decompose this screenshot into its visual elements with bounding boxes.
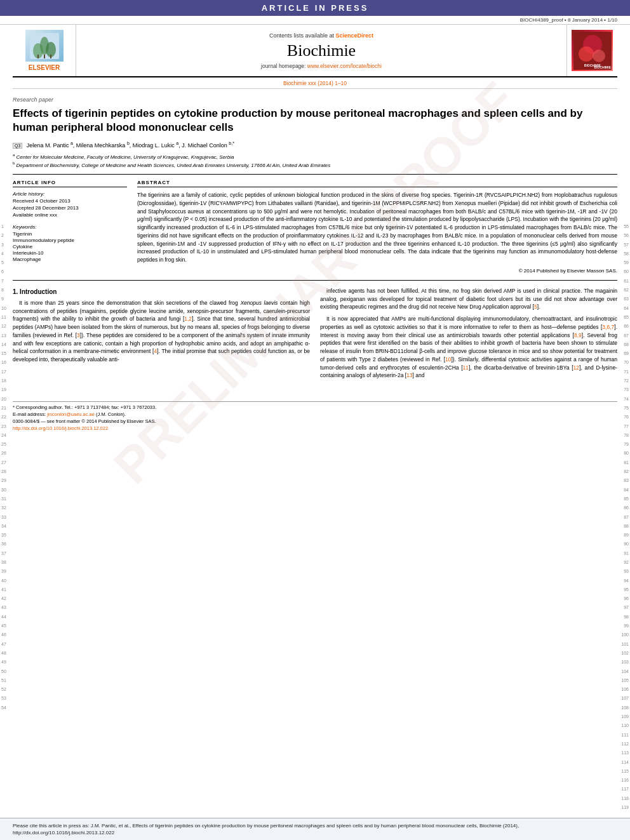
body-right-col: infective agents has not been fulfilled.… [320, 287, 617, 383]
email-footnote: E-mail address: jmconlon@uaeu.ac.ae (J.M… [13, 411, 617, 417]
journal-homepage: journal homepage: www.elsevier.com/locat… [261, 63, 382, 69]
line-numbers-right: 5556575859 6061626364 6566676869 7071727… [621, 222, 630, 812]
banner-label: ARTICLE IN PRESS [262, 3, 369, 13]
author-conlon: J. Michael Conlon b,* [182, 142, 234, 149]
keywords-label: Keywords: [13, 224, 127, 230]
intro-heading: 1. Introduction [13, 287, 310, 297]
line-numbers-left: 12345 678910 1112131415 1617181920 21222… [0, 222, 6, 712]
section-divider [13, 280, 617, 281]
svg-point-10 [593, 50, 605, 62]
article-info-label: ARTICLE INFO [13, 180, 127, 187]
author-lukic: Miodrag L. Lukic a, [133, 142, 180, 149]
keyword-4: Interleukin-10 [13, 250, 127, 256]
elsevier-logo: ELSEVIER [13, 25, 76, 76]
q3-badge: Q3 [13, 143, 22, 149]
intro-para3: It is now appreciated that AMPs are mult… [320, 315, 617, 380]
svg-point-9 [579, 46, 594, 62]
article-in-press-banner: ARTICLE IN PRESS [0, 0, 630, 16]
affiliation-a: a Center for Molecular Medicine, Faculty… [13, 152, 617, 161]
meta-text: BIOCHI4389_proof ▪ 8 January 2014 ▪ 1/10 [520, 17, 617, 23]
homepage-url[interactable]: www.elsevier.com/locate/biochi [307, 63, 382, 69]
biochimie-logo: BIOCHIMIE [566, 25, 617, 76]
page-subtitle: Biochimie xxx (2014) 1–10 [13, 80, 617, 89]
elsevier-wordmark: ELSEVIER [29, 64, 60, 71]
accepted-date: Accepted 28 December 2013 [13, 205, 127, 211]
elsevier-tree-logo [25, 30, 64, 62]
article-title: Effects of tigerinin peptides on cytokin… [13, 107, 617, 135]
corresponding-text: * Corresponding author. Tel.: +971 3 713… [13, 404, 156, 410]
svg-text:BIOCHIMIE: BIOCHIMIE [584, 63, 601, 67]
keywords-section: Keywords: Tigerinin Immunomodulatory pep… [13, 224, 127, 262]
citation-box: Please cite this article in press as: J.… [0, 818, 630, 840]
homepage-prefix: journal homepage: [261, 63, 307, 69]
issn-text: 0300-9084/$ — see front matter © 2014 Pu… [13, 418, 156, 424]
sd-prefix: Contents lists available at [269, 32, 336, 39]
body-content: 1. Introduction It is more than 25 years… [13, 287, 617, 383]
abstract-label: ABSTRACT [137, 180, 617, 187]
journal-header: ELSEVIER Contents lists available at Sci… [13, 25, 617, 77]
article-type: Research paper [13, 97, 617, 103]
author-mechkarska: Milena Mechkarska b, [76, 142, 131, 149]
keyword-5: Macrophage [13, 257, 127, 262]
svg-rect-4 [37, 55, 39, 58]
article-history-label: Article history: [13, 191, 127, 197]
journal-center: Contents lists available at ScienceDirec… [76, 25, 566, 76]
keyword-1: Tigerinin [13, 231, 127, 237]
received-date: Received 4 October 2013 [13, 198, 127, 204]
article-info-abstract: ARTICLE INFO Article history: Received 4… [13, 174, 617, 274]
sciencedirect-line: Contents lists available at ScienceDirec… [269, 32, 373, 39]
main-content: Research paper Effects of tigerinin pept… [13, 91, 617, 389]
email-person: (J.M. Conlon). [96, 411, 126, 417]
article-info-column: ARTICLE INFO Article history: Received 4… [13, 180, 127, 274]
subtitle-text: Biochimie xxx (2014) 1–10 [283, 80, 347, 86]
affiliations: a Center for Molecular Medicine, Faculty… [13, 152, 617, 169]
affiliation-b: b Department of Biochemistry, College of… [13, 161, 617, 169]
email-label: E-mail address: [13, 411, 46, 417]
authors-line: Q3 Jelena M. Pantic a, Milena Mechkarska… [13, 141, 617, 149]
issn-footnote: 0300-9084/$ — see front matter © 2014 Pu… [13, 418, 617, 424]
intro-para2: infective agents has not been fulfilled.… [320, 287, 617, 311]
intro-para1: It is more than 25 years since the demon… [13, 299, 310, 364]
keyword-3: Cytokine [13, 244, 127, 250]
copyright-line: © 2014 Published by Elsevier Masson SAS. [137, 268, 617, 274]
sciencedirect-link[interactable]: ScienceDirect [336, 32, 374, 39]
author-pantic: Jelena M. Pantic a, [27, 142, 74, 149]
doi-footnote: http://dx.doi.org/10.1016/j.biochi.2013.… [13, 425, 617, 431]
journal-title: Biochimie [287, 41, 356, 60]
article-info-section: ARTICLE INFO Article history: Received 4… [13, 180, 127, 218]
citation-text: Please cite this article in press as: J.… [13, 823, 519, 836]
keyword-2: Immunomodulatory peptide [13, 237, 127, 243]
abstract-text: The tigerinins are a family of cationic,… [137, 191, 617, 264]
svg-rect-5 [44, 55, 45, 58]
footnotes: * Corresponding author. Tel.: +971 3 713… [13, 401, 617, 431]
top-meta: BIOCHI4389_proof ▪ 8 January 2014 ▪ 1/10 [0, 16, 630, 25]
corresponding-footnote: * Corresponding author. Tel.: +971 3 713… [13, 404, 617, 410]
doi-link[interactable]: http://dx.doi.org/10.1016/j.biochi.2013.… [13, 425, 108, 431]
abstract-column: ABSTRACT The tigerinins are a family of … [137, 180, 617, 274]
body-left-col: 1. Introduction It is more than 25 years… [13, 287, 310, 383]
email-address[interactable]: jmconlon@uaeu.ac.ae [47, 411, 95, 417]
svg-rect-6 [50, 55, 51, 58]
available-online: Available online xxx [13, 212, 127, 218]
biochimie-logo-image: BIOCHIMIE [572, 30, 613, 71]
